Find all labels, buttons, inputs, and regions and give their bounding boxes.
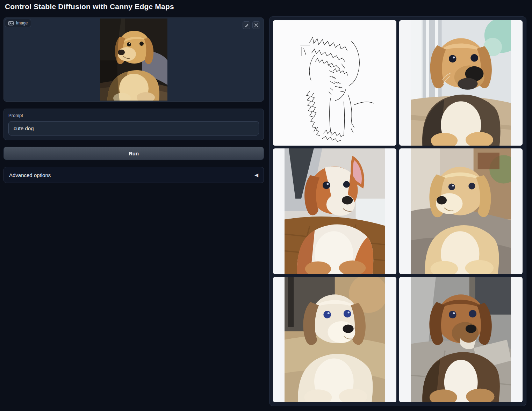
image-icon [8, 21, 14, 25]
prompt-label: Prompt [8, 113, 259, 118]
edit-image-button[interactable] [243, 21, 250, 29]
generated-puppy-5 [411, 277, 511, 402]
image-toolbar [243, 21, 260, 29]
image-component-label-text: Image [16, 21, 28, 25]
generated-puppy-4 [285, 277, 385, 402]
generated-puppy-3 [411, 148, 511, 274]
page-title: Control Stable Diffusion with Canny Edge… [5, 2, 174, 11]
x-icon [254, 23, 258, 27]
controls-column: Image [3, 17, 264, 183]
image-upload-component[interactable]: Image [3, 17, 264, 102]
uploaded-image[interactable] [4, 18, 264, 101]
left-triangle-icon: ◀ [254, 173, 258, 177]
output-gallery [269, 16, 526, 406]
input-photo-golden-puppy [100, 19, 167, 101]
pencil-icon [244, 23, 249, 28]
gallery-item-generated-2[interactable] [273, 148, 396, 274]
clear-image-button[interactable] [252, 21, 260, 29]
gallery-item-generated-4[interactable] [273, 277, 396, 402]
prompt-input[interactable] [8, 121, 259, 135]
image-component-label: Image [5, 19, 31, 27]
canny-edge-sketch [273, 20, 396, 146]
gallery-item-generated-5[interactable] [399, 277, 523, 402]
gallery-item-generated-3[interactable] [399, 148, 523, 274]
generated-puppy-1 [411, 20, 511, 146]
gallery-item-generated-1[interactable] [399, 20, 523, 146]
run-button[interactable]: Run [3, 147, 264, 160]
generated-puppy-2 [285, 148, 385, 274]
prompt-block: Prompt [3, 109, 264, 140]
gallery-item-edge-map[interactable] [273, 20, 396, 146]
gallery-grid [273, 20, 523, 402]
advanced-options-accordion[interactable]: Advanced options ◀ [3, 167, 264, 183]
advanced-options-label: Advanced options [9, 172, 51, 178]
